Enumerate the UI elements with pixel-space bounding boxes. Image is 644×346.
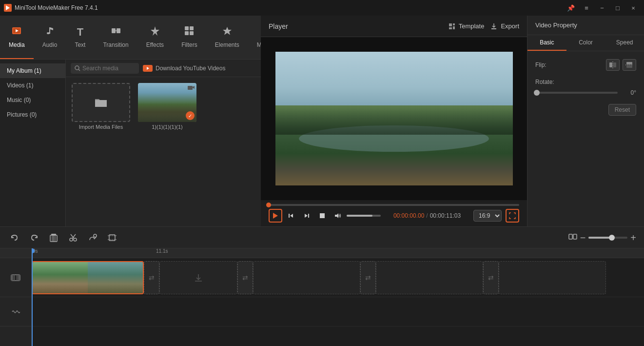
zoom-in-icon[interactable]: + xyxy=(630,233,636,243)
video-media-item[interactable]: ✓ 1)(1)(1)(1)(1) xyxy=(138,83,196,130)
svg-rect-37 xyxy=(51,234,56,235)
flip-horizontal-button[interactable] xyxy=(606,59,620,71)
reset-button[interactable]: Reset xyxy=(608,104,636,116)
next-frame-button[interactable] xyxy=(300,209,313,223)
svg-rect-9 xyxy=(185,26,189,30)
svg-point-14 xyxy=(75,66,79,70)
video-clip[interactable] xyxy=(32,261,144,294)
import-media-item[interactable]: Import Media Files xyxy=(72,83,130,130)
crop-button[interactable] xyxy=(105,231,119,244)
fullscreen-button[interactable] xyxy=(506,209,519,223)
download-label: Download YouTube Videos xyxy=(156,65,225,72)
media-content: Download YouTube Videos xyxy=(66,60,261,226)
play-button[interactable] xyxy=(269,209,282,223)
redo-button[interactable] xyxy=(27,231,41,244)
transition-block-2[interactable]: ⇄ xyxy=(237,261,253,294)
tab-text-label: Text xyxy=(75,41,85,48)
tab-media[interactable]: Media xyxy=(0,16,34,59)
aspect-ratio-select[interactable]: 16:9 9:16 4:3 1:1 xyxy=(473,210,502,222)
download-youtube-button[interactable]: Download YouTube Videos xyxy=(143,65,225,72)
transition-icon xyxy=(111,25,121,39)
progress-bar[interactable] xyxy=(269,204,519,206)
titlebar: MiniTool MovieMaker Free 7.4.1 📌 ≡ − □ × xyxy=(0,0,644,16)
prop-tab-color[interactable]: Color xyxy=(566,35,605,51)
svg-marker-21 xyxy=(290,214,293,218)
template-icon xyxy=(448,22,456,30)
menu-button[interactable]: ≡ xyxy=(580,3,593,13)
close-button[interactable]: × xyxy=(626,3,640,13)
svg-rect-18 xyxy=(188,86,193,90)
tab-filters[interactable]: Filters xyxy=(173,16,206,59)
tab-transition[interactable]: Transition xyxy=(94,16,137,59)
properties-tabs: Basic Color Speed xyxy=(527,35,644,51)
split-view-icon[interactable] xyxy=(568,232,577,243)
stop-button[interactable] xyxy=(315,209,329,223)
timeline: 0s 11.1s ⇄ xyxy=(0,248,644,346)
sidebar-item-videos[interactable]: Videos (1) xyxy=(0,78,65,93)
camera-indicator xyxy=(188,85,195,91)
timeline-content[interactable]: 0s 11.1s ⇄ xyxy=(32,248,644,346)
prev-frame-button[interactable] xyxy=(284,209,298,223)
rotate-controls: 0° xyxy=(535,89,636,96)
prop-tab-basic[interactable]: Basic xyxy=(527,35,566,51)
media-icon xyxy=(11,25,22,39)
sidebar-item-my-album[interactable]: My Album (1) xyxy=(0,63,65,78)
sidebar-item-music[interactable]: Music (0) xyxy=(0,93,65,107)
volume-button[interactable] xyxy=(331,209,345,223)
transition-block-4[interactable]: ⇄ xyxy=(483,261,499,294)
sidebar-item-pictures[interactable]: Pictures (0) xyxy=(0,107,65,122)
tab-audio[interactable]: Audio xyxy=(34,16,66,59)
tab-elements-label: Elements xyxy=(215,41,239,48)
app-title: MiniTool MovieMaker Free 7.4.1 xyxy=(15,4,98,11)
player-header-right: Template Export xyxy=(448,22,519,30)
cut-button[interactable] xyxy=(66,231,80,244)
media-grid: Import Media Files xyxy=(66,77,261,136)
svg-marker-19 xyxy=(193,86,195,89)
svg-rect-52 xyxy=(14,275,15,281)
export-icon xyxy=(490,22,498,30)
template-button[interactable]: Template xyxy=(448,22,485,30)
svg-rect-24 xyxy=(308,214,309,218)
rotate-row: Rotate: 0° xyxy=(535,79,636,96)
effects-icon xyxy=(150,25,160,39)
transition-block-1[interactable]: ⇄ xyxy=(144,261,159,294)
empty-clip-4 xyxy=(499,261,606,294)
video-track: ⇄ ⇄ ⇄ ⇄ xyxy=(32,258,644,297)
flip-vertical-button[interactable] xyxy=(623,59,636,71)
svg-marker-8 xyxy=(151,26,159,36)
minimize-button[interactable]: − xyxy=(595,3,609,13)
zoom-slider[interactable] xyxy=(588,237,627,239)
export-button[interactable]: Export xyxy=(490,22,519,30)
undo-button[interactable] xyxy=(8,231,21,244)
volume-slider[interactable] xyxy=(347,215,381,217)
zoom-out-icon[interactable]: − xyxy=(580,233,586,243)
svg-rect-22 xyxy=(289,214,290,218)
svg-rect-51 xyxy=(18,275,20,281)
import-label: Import Media Files xyxy=(79,124,123,130)
titlebar-left: MiniTool MovieMaker Free 7.4.1 xyxy=(4,4,98,12)
video-area xyxy=(261,37,527,200)
folder-icon xyxy=(94,95,108,110)
import-thumb[interactable] xyxy=(72,83,130,122)
video-thumb[interactable]: ✓ xyxy=(138,83,196,122)
audio-detach-button[interactable] xyxy=(86,231,99,244)
reset-row: Reset xyxy=(535,104,636,116)
media-toolbar: Download YouTube Videos xyxy=(66,60,261,77)
timeline-toolbar: − + xyxy=(0,227,644,248)
tab-elements[interactable]: Elements xyxy=(206,16,248,59)
video-label: 1)(1)(1)(1)(1) xyxy=(152,124,183,130)
rotate-slider[interactable] xyxy=(535,92,618,94)
search-input[interactable] xyxy=(82,65,131,72)
maximize-button[interactable]: □ xyxy=(611,3,624,13)
tab-text[interactable]: T Text xyxy=(66,16,94,59)
search-box[interactable] xyxy=(71,63,139,74)
svg-rect-31 xyxy=(626,65,632,68)
svg-rect-12 xyxy=(190,31,194,35)
tab-effects[interactable]: Effects xyxy=(137,16,173,59)
flip-controls xyxy=(606,59,636,71)
transition-block-3[interactable]: ⇄ xyxy=(360,261,376,294)
pin-button[interactable]: 📌 xyxy=(564,3,578,13)
audio-track xyxy=(32,297,644,326)
delete-button[interactable] xyxy=(47,231,60,244)
prop-tab-speed[interactable]: Speed xyxy=(605,35,644,51)
